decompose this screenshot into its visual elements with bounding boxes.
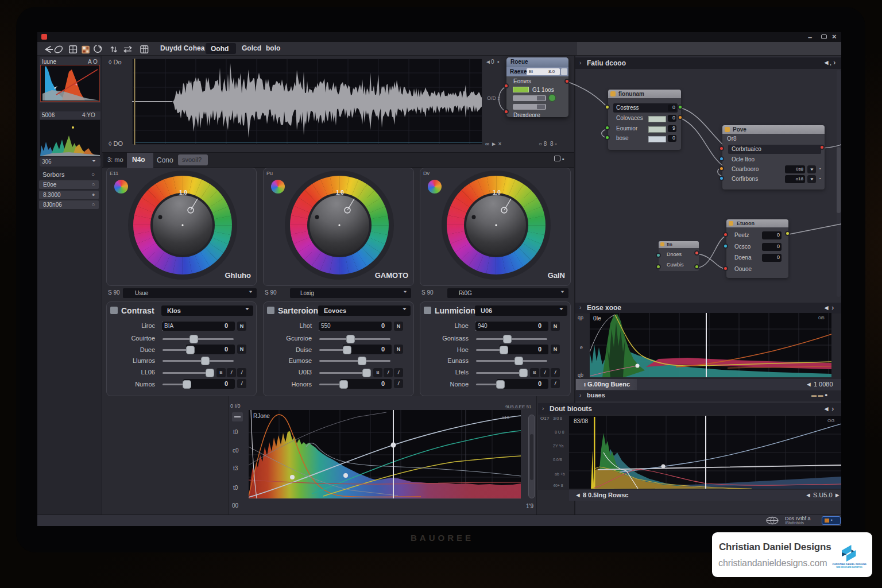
svg-text:OG: OG bbox=[827, 418, 834, 423]
svg-text:·#10: ·#10 bbox=[500, 415, 510, 420]
svg-text:RJone: RJone bbox=[253, 413, 270, 419]
svg-text:0Ie: 0Ie bbox=[593, 315, 601, 322]
svg-text:0i5: 0i5 bbox=[818, 315, 825, 320]
svg-text:83/08: 83/08 bbox=[574, 418, 588, 424]
